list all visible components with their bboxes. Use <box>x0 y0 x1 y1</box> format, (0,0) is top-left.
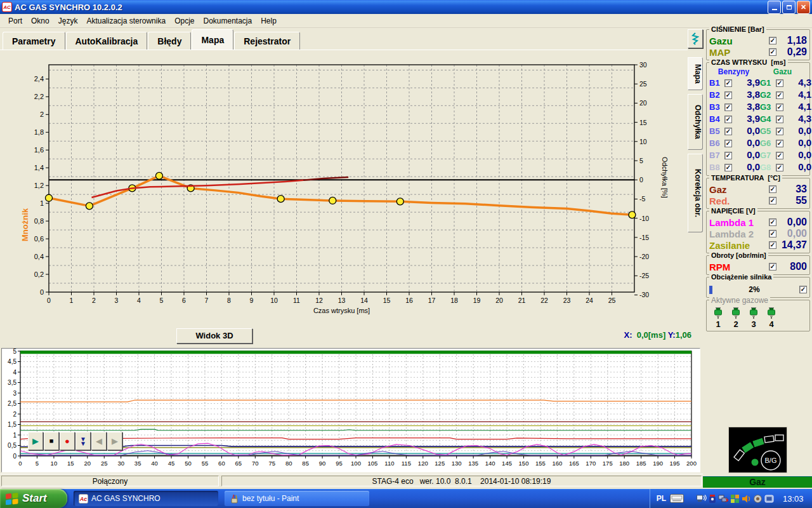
map-chart[interactable]: 00,20,40,60,811,21,41,61,822,22,40123456… <box>19 58 691 325</box>
tab-autokalibracja[interactable]: AutoKalibracja <box>66 32 148 50</box>
gas-injector-checkbox[interactable]: ✓ <box>776 140 783 147</box>
network-signal-icon[interactable] <box>697 494 707 504</box>
voltage-value: 0,00 <box>776 228 807 239</box>
volume-icon[interactable] <box>742 494 751 504</box>
scope-expand-button[interactable]: ▼▼ <box>75 432 91 450</box>
map-point[interactable] <box>277 196 284 203</box>
menu-item-opcje[interactable]: Opcje <box>170 15 199 27</box>
temperature-checkbox[interactable]: ✓ <box>769 185 776 193</box>
taskbar-clock[interactable]: 13:03 <box>783 494 808 504</box>
gas-injection-time: 0,0 <box>785 137 811 149</box>
task-paint[interactable]: bez tytułu - Paint <box>225 491 369 506</box>
scope-chart[interactable]: 00,511,522,533,544,550510152025303540455… <box>3 347 700 473</box>
display-settings-icon[interactable] <box>764 494 774 504</box>
petrol-injector-checkbox[interactable]: ✓ <box>724 164 732 171</box>
temperature-title: TEMPERATURA [°C] <box>709 174 782 182</box>
engine-load-checkbox[interactable]: ✓ <box>799 286 807 293</box>
pressure-checkbox[interactable]: ✓ <box>769 37 776 44</box>
svg-text:20: 20 <box>84 460 91 467</box>
language-indicator[interactable]: PL <box>657 494 666 503</box>
map-point[interactable] <box>155 172 162 179</box>
temperature-checkbox[interactable]: ✓ <box>769 197 776 204</box>
petrol-injector-checkbox[interactable]: ✓ <box>724 91 732 99</box>
mouse-settings-icon[interactable] <box>753 494 763 504</box>
menu-item-aktualizacja-sterownika[interactable]: Aktualizacja sterownika <box>82 15 170 27</box>
scope-play-button[interactable]: ▶ <box>28 432 43 450</box>
battery-icon[interactable] <box>709 494 716 504</box>
petrol-injection-time: 3,8 <box>733 101 760 113</box>
engine-load-bar: 2% <box>709 285 799 295</box>
side-tab-korekcja-obr[interactable]: Korekcja obr. <box>688 154 703 232</box>
menu-item-port[interactable]: Port <box>4 15 27 27</box>
network-error-icon[interactable]: ✕ <box>718 494 728 504</box>
injector-icon <box>713 307 723 319</box>
side-tab-odchyłka[interactable]: Odchyłka <box>688 94 703 150</box>
keyboard-icon[interactable] <box>670 494 684 503</box>
tab-błędy[interactable]: Błędy <box>148 32 191 50</box>
minimize-button[interactable] <box>768 1 781 14</box>
minimize-icon <box>772 8 777 10</box>
svg-text:12: 12 <box>315 297 323 304</box>
menu-item-dokumentacja[interactable]: Dokumentacja <box>199 15 256 27</box>
svg-text:1,6: 1,6 <box>34 146 44 154</box>
voltage-checkbox[interactable]: ✓ <box>769 241 776 249</box>
play-icon: ▶ <box>32 438 39 444</box>
svg-text:-30: -30 <box>639 291 649 298</box>
map-point[interactable] <box>329 197 336 204</box>
svg-text:-20: -20 <box>639 253 649 260</box>
petrol-injection-time: 0,0 <box>733 137 760 149</box>
fuel-mode-bar[interactable]: Gaz <box>703 476 812 488</box>
scope-next-button[interactable]: ▶ <box>107 432 122 450</box>
petrol-injector-checkbox[interactable]: ✓ <box>724 104 732 111</box>
gas-injector-indicator: 3 <box>749 307 759 329</box>
petrol-injector-label: B1 <box>709 78 724 88</box>
menu-item-okno[interactable]: Okno <box>27 15 54 27</box>
gas-injector-checkbox[interactable]: ✓ <box>776 152 783 159</box>
pressure-checkbox[interactable]: ✓ <box>769 48 776 56</box>
menu-bar: PortOknoJęzykAktualizacja sterownikaOpcj… <box>0 14 812 28</box>
menu-item-help[interactable]: Help <box>256 15 281 27</box>
menu-item-język[interactable]: Język <box>54 15 82 27</box>
voltage-checkbox[interactable]: ✓ <box>769 230 776 237</box>
pressure-row: Gazu✓1,18 <box>709 35 807 46</box>
gas-injector-checkbox[interactable]: ✓ <box>776 104 783 111</box>
tab-parametry[interactable]: Parametry <box>3 32 65 50</box>
svg-text:130: 130 <box>452 460 462 467</box>
svg-text:22: 22 <box>540 297 548 304</box>
view-3d-button[interactable]: Widok 3D <box>176 328 252 344</box>
pressure-title: CIŚNIENIE [Bar] <box>709 25 766 33</box>
tab-rejestrator[interactable]: Rejestrator <box>234 32 300 50</box>
map-point[interactable] <box>629 211 636 218</box>
task-ac-gas-synchro[interactable]: Ac AC GAS SYNCHRO <box>74 491 218 506</box>
petrol-injector-checkbox[interactable]: ✓ <box>724 140 732 147</box>
map-point[interactable] <box>46 194 53 201</box>
svg-text:25: 25 <box>101 460 108 467</box>
gas-injector-checkbox[interactable]: ✓ <box>776 164 783 171</box>
petrol-injector-checkbox[interactable]: ✓ <box>724 152 732 159</box>
connection-tool-button[interactable] <box>688 29 703 48</box>
scope-stop-button[interactable]: ■ <box>44 432 59 450</box>
svg-text:3,5: 3,5 <box>8 379 16 386</box>
map-point[interactable] <box>396 198 403 205</box>
voltage-checkbox[interactable]: ✓ <box>769 218 776 226</box>
petrol-injection-time: 3,8 <box>733 89 760 101</box>
side-tab-mapa[interactable]: Mapa <box>688 57 703 90</box>
updates-icon[interactable] <box>730 494 740 504</box>
petrol-injector-checkbox[interactable]: ✓ <box>724 128 732 135</box>
gas-injector-checkbox[interactable]: ✓ <box>776 128 783 135</box>
svg-text:155: 155 <box>535 460 546 467</box>
svg-text:17: 17 <box>428 297 436 304</box>
close-button[interactable]: ✕ <box>797 1 810 14</box>
gas-injector-checkbox[interactable]: ✓ <box>776 116 783 123</box>
rpm-checkbox[interactable]: ✓ <box>769 263 776 271</box>
petrol-injector-checkbox[interactable]: ✓ <box>724 116 732 123</box>
scope-prev-button[interactable]: ◀ <box>91 432 107 450</box>
map-point[interactable] <box>86 203 93 210</box>
restore-button[interactable] <box>782 1 796 14</box>
scope-record-button[interactable]: ● <box>60 432 75 450</box>
tab-mapa[interactable]: Mapa <box>192 29 233 50</box>
gas-injector-checkbox[interactable]: ✓ <box>776 79 783 87</box>
petrol-injector-checkbox[interactable]: ✓ <box>724 79 732 87</box>
start-button[interactable]: Start <box>0 489 67 508</box>
gas-injector-checkbox[interactable]: ✓ <box>776 91 783 99</box>
